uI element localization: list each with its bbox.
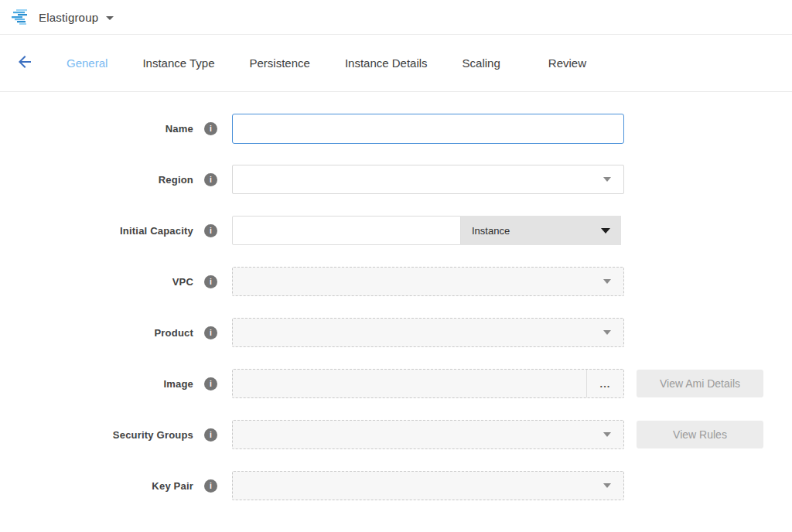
info-icon[interactable]: i [204, 173, 217, 186]
chevron-down-icon [603, 279, 611, 284]
capacity-unit-value: Instance [472, 225, 510, 237]
app-switcher-caret-icon[interactable] [106, 16, 114, 20]
chevron-down-icon [603, 432, 611, 437]
initial-capacity-label: Initial Capacity [0, 225, 193, 237]
field-row-product: Product i [0, 318, 792, 347]
chevron-down-icon [603, 177, 611, 182]
wizard-tabs: General Instance Type Persistence Instan… [67, 56, 621, 70]
back-button[interactable] [15, 54, 36, 73]
vpc-label: VPC [0, 276, 193, 288]
top-bar: Elastigroup [0, 0, 792, 35]
tab-instance-type[interactable]: Instance Type [142, 56, 214, 70]
key-pair-select [232, 471, 624, 500]
name-input[interactable] [232, 114, 624, 144]
image-label: Image [0, 378, 193, 390]
field-row-initial-capacity: Initial Capacity i Instance [0, 216, 792, 245]
wizard-tab-bar: General Instance Type Persistence Instan… [0, 35, 792, 92]
key-pair-label: Key Pair [0, 480, 193, 492]
vpc-select [232, 267, 624, 296]
name-label: Name [0, 123, 193, 135]
initial-capacity-input[interactable] [232, 216, 461, 245]
chevron-down-icon [601, 228, 610, 234]
chevron-down-icon [603, 330, 611, 335]
product-label: Product [0, 327, 193, 339]
app-switcher-label[interactable]: Elastigroup [39, 11, 98, 24]
security-groups-select [232, 420, 624, 449]
info-icon[interactable]: i [204, 326, 217, 339]
tab-scaling[interactable]: Scaling [463, 56, 500, 70]
field-row-key-pair: Key Pair i [0, 471, 792, 500]
info-icon[interactable]: i [204, 275, 217, 288]
view-ami-details-button[interactable]: View Ami Details [637, 370, 763, 397]
tab-general[interactable]: General [67, 56, 108, 70]
tab-instance-details[interactable]: Instance Details [345, 56, 428, 70]
field-row-image: Image i ... View Ami Details [0, 369, 792, 398]
info-icon[interactable]: i [204, 224, 217, 237]
info-icon[interactable]: i [204, 479, 217, 493]
info-icon[interactable]: i [204, 122, 217, 135]
arrow-back-icon [15, 53, 34, 73]
image-input: ... [232, 369, 624, 398]
info-icon[interactable]: i [204, 428, 217, 442]
tab-review[interactable]: Review [548, 56, 586, 70]
elastigroup-logo-icon [11, 8, 31, 26]
capacity-unit-select[interactable]: Instance [461, 216, 621, 245]
tab-persistence[interactable]: Persistence [250, 56, 310, 70]
product-select [232, 318, 624, 347]
view-rules-button[interactable]: View Rules [637, 421, 763, 448]
region-select[interactable] [232, 165, 624, 194]
general-settings-form: Name i Region i Initial Capacity i Insta… [0, 92, 792, 500]
image-value [233, 370, 587, 397]
info-icon[interactable]: i [204, 377, 217, 390]
field-row-name: Name i [0, 114, 792, 143]
chevron-down-icon [603, 483, 611, 488]
security-groups-label: Security Groups [0, 429, 193, 441]
region-label: Region [0, 174, 193, 186]
field-row-region: Region i [0, 165, 792, 194]
field-row-security-groups: Security Groups i View Rules [0, 420, 792, 449]
image-browse-button[interactable]: ... [587, 370, 623, 397]
field-row-vpc: VPC i [0, 267, 792, 296]
